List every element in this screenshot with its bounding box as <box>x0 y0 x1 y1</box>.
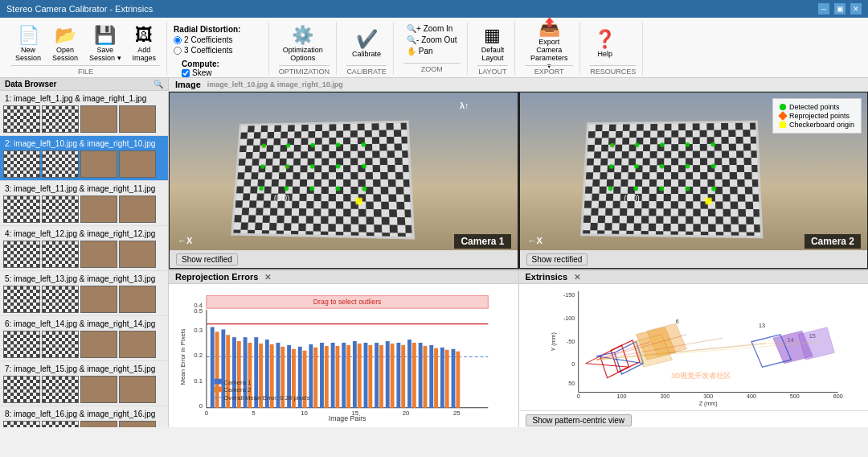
file-label: FILE <box>11 65 160 76</box>
svg-text:20: 20 <box>403 410 410 417</box>
cam1-dots-svg: + + <box>233 122 411 237</box>
svg-rect-90 <box>407 340 411 408</box>
radio-2coeff[interactable] <box>174 36 182 44</box>
sidebar-item-4[interactable]: 4: image_left_12.jpg & image_right_12.jp… <box>0 226 168 271</box>
calibrate-label: CALIBRATE <box>346 65 387 76</box>
reprojection-title: Reprojection Errors <box>175 272 258 282</box>
svg-text:Image Pairs: Image Pairs <box>329 414 366 422</box>
svg-rect-99 <box>456 352 460 408</box>
thumb-left-8 <box>3 421 40 427</box>
compute-label: Compute: <box>182 60 219 68</box>
sidebar-item-2-label: 2: image_left_10.jpg & image_right_10.jp… <box>3 138 165 149</box>
sidebar-item-2-thumbs <box>3 150 165 178</box>
svg-text:Drag to select outliers: Drag to select outliers <box>313 298 382 306</box>
extrinsics-close[interactable]: ✕ <box>574 273 580 282</box>
ribbon-group-options: Radial Distortion: 2 Coefficients 3 Coef… <box>170 22 269 75</box>
sidebar-item-7[interactable]: 7: image_left_15.jpg & image_right_15.jp… <box>0 361 168 406</box>
cam2-dots-svg: + <box>583 122 761 235</box>
open-icon: 📂 <box>55 27 76 44</box>
show-pattern-button[interactable]: Show pattern-centric view <box>526 414 633 426</box>
radio-3coeff[interactable] <box>174 47 182 55</box>
export-button[interactable]: 📤 Export CameraParameters ▾ <box>525 23 573 65</box>
minimize-button[interactable]: ─ <box>818 3 829 14</box>
sidebar-item-3[interactable]: 3: image_left_11.jpg & image_right_11.jp… <box>0 181 168 226</box>
sidebar-item-6-thumbs <box>3 331 165 358</box>
svg-rect-74 <box>320 343 324 408</box>
ribbon-group-zoom: 🔍+ Zoom In 🔍- Zoom Out ✋ Pan ZOOM <box>397 22 468 75</box>
skew-checkbox[interactable] <box>182 69 190 77</box>
sidebar-item-2[interactable]: 2: image_left_10.jpg & image_right_10.jp… <box>0 136 168 181</box>
camera-1-view: + + λ↑ (0'0) ←X Camera 1 Show rectified <box>169 92 518 269</box>
add-images-button[interactable]: 🖼 AddImages <box>129 23 161 65</box>
svg-text:Y (mm): Y (mm) <box>550 332 556 351</box>
cam2-bottom-bar: Show rectified <box>520 250 868 268</box>
calibrate-button[interactable]: ✔️ Calibrate <box>346 23 387 65</box>
radial-options: 2 Coefficients 3 Coefficients <box>174 35 232 55</box>
svg-point-19 <box>635 142 640 147</box>
sidebar-item-4-thumbs <box>3 241 165 268</box>
sidebar-item-1-thumbs <box>3 105 165 133</box>
svg-text:+: + <box>285 163 289 171</box>
optimization-icon: ⚙️ <box>292 27 313 44</box>
thumb-scene-3 <box>80 150 117 178</box>
thumb-right-5 <box>42 286 79 313</box>
close-button[interactable]: ✕ <box>850 3 862 14</box>
show-rectified-cam1[interactable]: Show rectified <box>176 253 238 266</box>
extrinsics-chart: Y (mm) Z (mm) -150 -100 -50 0 50 <box>519 284 869 410</box>
new-session-button[interactable]: 📄 NewSession <box>11 23 45 65</box>
sidebar-item-5-thumbs <box>3 286 165 313</box>
extrinsics-content: Y (mm) Z (mm) -150 -100 -50 0 50 <box>519 284 869 410</box>
svg-text:400: 400 <box>747 393 756 400</box>
svg-text:+: + <box>262 142 266 150</box>
image-tab[interactable]: Image <box>175 80 201 89</box>
zoom-out-button[interactable]: 🔍- Zoom Out <box>403 35 461 45</box>
svg-rect-101 <box>215 379 223 385</box>
svg-text:0.3: 0.3 <box>194 327 203 334</box>
sidebar-item-3-thumbs <box>3 196 165 223</box>
svg-text:-50: -50 <box>566 339 574 345</box>
svg-text:6: 6 <box>675 319 678 325</box>
restore-button[interactable]: ▣ <box>834 3 845 14</box>
pan-button[interactable]: ✋ Pan <box>403 46 436 56</box>
extrinsics-bottom: Show pattern-centric view <box>519 410 869 427</box>
svg-rect-81 <box>358 344 362 408</box>
default-layout-button[interactable]: ▦ DefaultLayout <box>477 23 509 65</box>
open-session-button[interactable]: 📂 OpenSession <box>48 23 82 65</box>
svg-rect-91 <box>412 343 416 408</box>
save-session-button[interactable]: 💾 SaveSession ▾ <box>85 23 125 65</box>
reprojection-chart: Drag to select outliers <box>175 287 512 426</box>
sidebar: Data Browser 🔍 1: image_left_1.jpg & ima… <box>0 78 169 427</box>
svg-point-24 <box>634 164 639 169</box>
thumb-scene-7 <box>80 241 117 268</box>
cam2-label: Camera 2 <box>805 234 861 249</box>
calibrate-icon: ✔️ <box>356 31 378 48</box>
svg-point-8 <box>335 164 340 169</box>
sidebar-item-1[interactable]: 1: image_left_1.jpg & image_right_1.jpg <box>0 91 168 136</box>
sidebar-item-6[interactable]: 6: image_left_14.jpg & image_right_14.jp… <box>0 316 168 361</box>
thumb-scene-11 <box>80 331 117 358</box>
image-filename-header: image_left_10.jpg & image_right_10.jpg <box>207 80 343 89</box>
svg-rect-93 <box>424 346 428 408</box>
sidebar-search-icon: 🔍 <box>154 80 163 89</box>
legend: Detected points Reprojected points Check… <box>772 98 862 134</box>
optimization-options-button[interactable]: ⚙️ OptimizationOptions <box>279 23 327 65</box>
reprojection-close[interactable]: ✕ <box>264 273 271 282</box>
svg-text:Z (mm): Z (mm) <box>698 401 717 407</box>
window-controls: ─ ▣ ✕ <box>818 3 862 14</box>
thumb-right-7 <box>42 376 79 403</box>
svg-point-9 <box>362 163 366 168</box>
optimization-label: OPTIMIZATION <box>279 65 330 76</box>
show-rectified-cam2[interactable]: Show rectified <box>526 253 588 266</box>
zoom-in-button[interactable]: 🔍+ Zoom In <box>403 23 456 34</box>
svg-text:600: 600 <box>833 393 842 400</box>
extrinsics-header: Extrinsics ✕ <box>519 270 869 284</box>
legend-reprojected-label: Reprojected points <box>789 112 850 120</box>
sidebar-item-4-label: 4: image_left_12.jpg & image_right_12.jp… <box>3 228 165 239</box>
svg-point-11 <box>284 186 289 191</box>
svg-point-20 <box>660 142 665 147</box>
sidebar-item-8[interactable]: 8: image_left_16.jpg & image_right_16.jp… <box>0 406 168 427</box>
cam1-label: Camera 1 <box>454 234 510 249</box>
help-button[interactable]: ❓ Help <box>590 23 620 65</box>
sidebar-item-5[interactable]: 5: image_left_13.jpg & image_right_13.jp… <box>0 271 168 316</box>
reprojection-content: Drag to select outliers <box>169 284 518 427</box>
